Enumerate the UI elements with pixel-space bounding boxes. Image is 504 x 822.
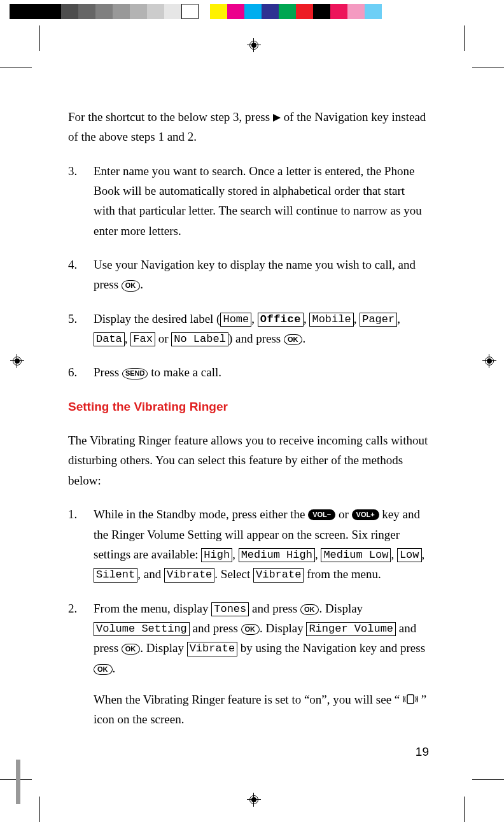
menu-ringer-volume: Ringer Volume [306, 622, 396, 636]
step-4: 4. Use your Navigation key to display th… [68, 255, 428, 295]
page-number: 19 [416, 745, 429, 759]
ok-key-icon: OK [241, 624, 260, 635]
ok-key-icon: OK [94, 664, 113, 675]
registration-mark-icon [10, 354, 24, 368]
setting-vibrate: Vibrate [164, 568, 214, 582]
menu-tones: Tones [211, 602, 249, 616]
menu-vibrate: Vibrate [187, 642, 237, 656]
section-intro: The Vibrating Ringer feature allows you … [68, 430, 428, 490]
registration-mark-icon [247, 38, 261, 52]
vibrate-icon [403, 691, 418, 702]
color-bar-greyscale [10, 4, 199, 19]
vibrate-step-1: 1. While in the Standby mode, press eith… [68, 504, 428, 584]
label-no-label: No Label [171, 332, 228, 346]
registration-mark-icon [482, 354, 496, 368]
page-content: For the shortcut to the below step 3, pr… [68, 107, 428, 744]
menu-volume-setting: Volume Setting [94, 622, 190, 636]
vibrate-step-2: 2. From the menu, display Tones and pres… [68, 599, 428, 730]
nav-right-icon [273, 114, 281, 122]
setting-vibrate-select: Vibrate [253, 568, 304, 582]
vol-plus-key-icon: VOL+ [352, 509, 379, 520]
step-5: 5. Display the desired label (Home, Offi… [68, 309, 428, 349]
label-office: Office [258, 313, 304, 327]
step-3: 3. Enter name you want to search. Once a… [68, 161, 428, 241]
binding-shadow [16, 760, 20, 804]
shortcut-note: For the shortcut to the below step 3, pr… [68, 107, 428, 147]
ok-key-icon: OK [300, 604, 319, 615]
ok-key-icon: OK [122, 644, 141, 655]
setting-low: Low [397, 548, 422, 562]
label-mobile: Mobile [309, 313, 353, 327]
label-data: Data [94, 332, 125, 346]
setting-medium-high: Medium High [239, 548, 315, 562]
step-6: 6. Press SEND to make a call. [68, 362, 428, 382]
section-heading: Setting the Vibrating Ringer [68, 397, 428, 416]
label-fax: Fax [130, 332, 155, 346]
setting-high: High [201, 548, 232, 562]
vol-minus-key-icon: VOL− [308, 509, 335, 520]
send-key-icon: SEND [122, 368, 148, 379]
registration-mark-icon [247, 793, 261, 807]
label-pager: Pager [360, 313, 397, 327]
label-home: Home [220, 313, 251, 327]
ok-key-icon: OK [122, 280, 141, 291]
svg-rect-0 [407, 695, 414, 704]
setting-silent: Silent [94, 568, 137, 582]
color-bar-colors [210, 4, 382, 19]
ok-key-icon: OK [284, 334, 303, 345]
setting-medium-low: Medium Low [321, 548, 391, 562]
